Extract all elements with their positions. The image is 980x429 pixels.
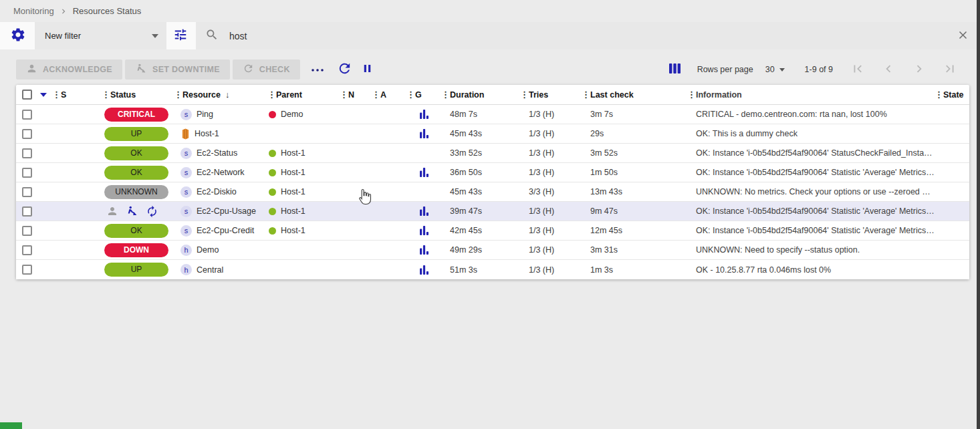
breadcrumb: Monitoring Resources Status [0,0,980,22]
tune-icon [173,27,188,44]
table-row[interactable]: OKsEc2-Cpu-CreditHost-142m 45s1/3 (H)12m… [16,221,969,241]
graph-icon[interactable] [420,168,428,177]
last-check-value: 13m 43s [582,187,687,196]
set-downtime-button[interactable]: SET DOWNTIME [125,59,230,80]
edit-columns-button[interactable] [664,59,687,80]
row-checkbox[interactable] [22,187,32,197]
rows-per-page-value: 30 [765,65,775,74]
drag-handle-icon[interactable]: ⋮ [52,90,61,100]
check-button[interactable]: CHECK [233,59,300,80]
breadcrumb-monitoring[interactable]: Monitoring [13,6,54,16]
clear-search-button[interactable] [955,28,971,44]
resource-name[interactable]: Host-1 [195,129,219,138]
table-row[interactable]: DOWNhDemo49m 29s1/3 (H)3m 31sUNKNOWN: Ne… [16,241,969,260]
parent-name[interactable]: Host-1 [281,148,305,158]
table-row[interactable]: OKsEc2-NetworkHost-136m 50s1/3 (H)1m 50s… [16,163,969,182]
header-information[interactable]: ⋮Information [687,90,935,100]
last-check-value: 1m 50s [582,168,687,177]
graph-icon[interactable] [420,226,428,235]
filter-settings-button[interactable] [7,25,29,47]
drag-handle-icon[interactable]: ⋮ [406,90,415,100]
drag-handle-icon[interactable]: ⋮ [520,90,529,100]
table-row[interactable]: UPHost-145m 43s1/3 (H)29sOK: This is a d… [16,124,969,144]
drag-handle-icon[interactable]: ⋮ [267,90,276,100]
row-checkbox[interactable] [22,226,32,236]
last-check-value: 29s [582,129,687,138]
table-row[interactable]: UNKNOWNsEc2-DiskioHost-145m 43s3/3 (H)13… [16,182,969,202]
advanced-filter-button[interactable] [169,25,192,47]
pagination-bar: Rows per page 30 1-9 of 9 [664,59,965,80]
header-a[interactable]: ⋮A [372,90,406,100]
drag-handle-icon[interactable]: ⋮ [441,90,450,100]
acknowledge-button[interactable]: ACKNOWLEDGE [16,59,122,80]
filter-select[interactable]: New filter [35,22,166,49]
table-row[interactable]: CRITICALsPingDemo48m 7s1/3 (H)3m 7sCRITI… [16,105,969,124]
parent-name[interactable]: Host-1 [281,187,305,196]
drag-handle-icon[interactable]: ⋮ [340,90,348,100]
drag-handle-icon[interactable]: ⋮ [174,90,182,100]
last-check-value: 3m 31s [582,245,687,255]
information-value: CRITICAL - demo.centreon.com: rta nan, l… [687,110,935,119]
first-page-button[interactable] [842,59,873,80]
header-s[interactable]: ⋮S [52,90,102,100]
drag-handle-icon[interactable]: ⋮ [102,90,110,100]
row-checkbox[interactable] [22,245,32,255]
row-checkbox[interactable] [22,206,32,217]
downtime-icon [126,205,138,217]
refresh-button[interactable] [334,59,356,80]
select-all-checkbox[interactable] [22,90,32,100]
window-scrollbar[interactable] [977,0,980,429]
last-page-button[interactable] [935,59,965,80]
table-row[interactable]: UPhCentral51m 3s1/3 (H)1m 3sOK - 10.25.8… [16,260,969,279]
row-checkbox[interactable] [22,148,32,158]
table-row[interactable]: sEc2-Cpu-UsageHost-139m 47s1/3 (H)9m 47s… [16,202,969,221]
graph-icon[interactable] [420,110,428,119]
header-last-check[interactable]: ⋮Last check [582,90,687,100]
row-checkbox[interactable] [22,110,32,120]
drag-handle-icon[interactable]: ⋮ [372,90,380,100]
gear-icon [10,27,26,45]
resource-name[interactable]: Demo [197,245,219,255]
header-duration[interactable]: ⋮Duration [441,90,520,100]
breadcrumb-resources-status[interactable]: Resources Status [73,6,142,16]
drag-handle-icon[interactable]: ⋮ [582,90,590,100]
parent-name[interactable]: Demo [281,110,303,119]
previous-page-button[interactable] [873,59,904,80]
resource-name[interactable]: Ping [197,110,213,119]
row-checkbox[interactable] [22,129,32,139]
parent-name[interactable]: Host-1 [281,206,305,216]
search-input[interactable] [228,30,945,42]
drag-handle-icon[interactable]: ⋮ [687,90,696,100]
acknowledged-icon [106,205,118,217]
header-tries[interactable]: ⋮Tries [520,90,582,100]
resource-name[interactable]: Ec2-Cpu-Credit [197,226,254,235]
header-n[interactable]: ⋮N [340,90,372,100]
resource-name[interactable]: Central [197,265,223,275]
resource-name[interactable]: Ec2-Status [197,148,237,158]
resource-name[interactable]: Ec2-Cpu-Usage [197,206,256,216]
select-all-menu-icon[interactable] [40,93,47,97]
resource-name[interactable]: Ec2-Network [197,168,245,177]
drag-handle-icon[interactable]: ⋮ [935,90,943,100]
row-checkbox[interactable] [22,265,32,275]
row-checkbox[interactable] [22,168,32,178]
graph-icon[interactable] [420,265,428,275]
header-state[interactable]: ⋮State [935,90,969,100]
resource-name[interactable]: Ec2-Diskio [197,187,237,196]
table-row[interactable]: OKsEc2-StatusHost-133m 52s1/3 (H)3m 52sO… [16,144,969,163]
graph-icon[interactable] [420,129,428,138]
pause-autorefresh-button[interactable] [356,59,379,80]
header-resource[interactable]: ⋮Resource↓ [174,90,267,100]
next-page-button[interactable] [904,59,935,80]
header-status[interactable]: ⋮Status [102,90,174,100]
graph-icon[interactable] [420,245,428,255]
header-parent[interactable]: ⋮Parent [267,90,340,100]
rows-per-page-select[interactable]: 30 [765,65,785,74]
tries-value: 1/3 (H) [520,129,582,138]
graph-icon[interactable] [420,206,428,216]
status-chip: OK [104,224,168,238]
parent-name[interactable]: Host-1 [281,168,305,177]
more-actions-button[interactable] [307,64,328,76]
parent-name[interactable]: Host-1 [281,226,305,235]
header-g[interactable]: ⋮G [406,90,441,100]
